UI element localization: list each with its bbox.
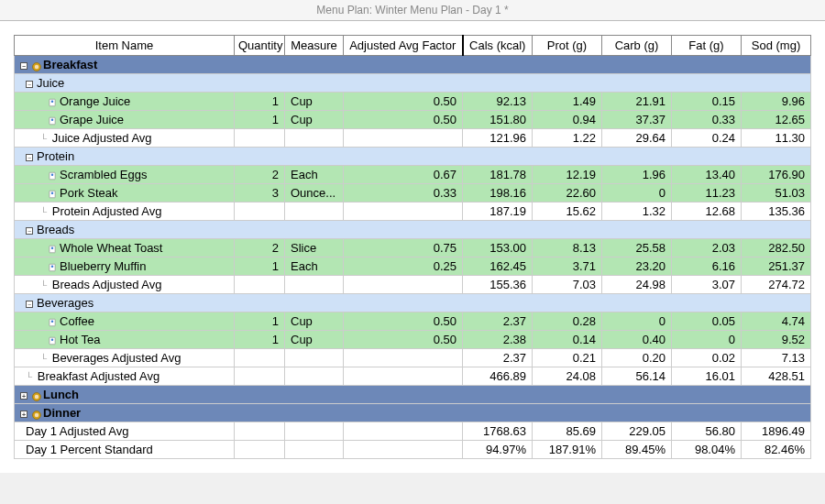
expand-icon[interactable]: −: [26, 227, 33, 235]
column-header[interactable]: Quantity: [235, 36, 285, 56]
meal-icon: [31, 410, 40, 419]
item-factor: 0.50: [344, 312, 463, 331]
item-name: Pork Steak: [15, 184, 235, 203]
item-row[interactable]: Scrambled Eggs2Each0.67181.7812.191.9613…: [15, 166, 811, 184]
item-name: Scrambled Eggs: [15, 166, 235, 184]
cell-value: 21.91: [602, 93, 672, 111]
expand-icon[interactable]: −: [26, 154, 33, 161]
window-title: Menu Plan: Winter Menu Plan - Day 1 *: [0, 0, 825, 21]
column-header[interactable]: Prot (g): [533, 36, 602, 56]
cell-value: 162.45: [463, 257, 533, 276]
cell-value: 15.62: [533, 203, 602, 221]
table-header: Item NameQuantityMeasureAdjusted Avg Fac…: [15, 36, 811, 56]
item-factor: 0.75: [344, 239, 463, 257]
meal-icon: [31, 391, 40, 400]
group-avg-label: └ Beverages Adjusted Avg: [15, 349, 235, 367]
cell-value: 98.04%: [672, 441, 742, 459]
svg-point-21: [35, 412, 39, 417]
cell-value: 0: [602, 184, 672, 203]
cell-value: 428.51: [742, 367, 811, 386]
cell-empty: [285, 203, 344, 221]
column-header[interactable]: Cals (kcal): [463, 36, 533, 56]
cell-value: 0.40: [602, 331, 672, 349]
cell-empty: [344, 441, 463, 459]
item-measure: Each: [285, 166, 344, 184]
meal-row[interactable]: −Breakfast: [15, 56, 811, 74]
group-name: −Protein: [15, 148, 811, 166]
meal-icon: [31, 61, 40, 71]
cell-value: 153.00: [463, 239, 533, 257]
cell-value: 8.13: [533, 239, 602, 257]
item-row[interactable]: Grape Juice1Cup0.50151.800.9437.370.3312…: [15, 111, 811, 129]
total-label: Day 1 Percent Standard: [15, 441, 235, 459]
expand-icon[interactable]: −: [26, 81, 33, 88]
expand-icon[interactable]: −: [26, 301, 33, 308]
column-header[interactable]: Fat (g): [672, 36, 742, 56]
item-icon: [48, 190, 57, 199]
cell-empty: [235, 422, 285, 441]
item-row[interactable]: Orange Juice1Cup0.5092.131.4921.910.159.…: [15, 93, 811, 111]
item-measure: Cup: [285, 331, 344, 349]
item-measure: Slice: [285, 239, 344, 257]
group-row[interactable]: −Juice: [15, 74, 811, 93]
item-row[interactable]: Whole Wheat Toast2Slice0.75153.008.1325.…: [15, 239, 811, 257]
group-row[interactable]: −Breads: [15, 221, 811, 239]
cell-value: 0.14: [533, 331, 602, 349]
item-factor: 0.50: [344, 93, 463, 111]
cell-empty: [344, 129, 463, 148]
meal-row[interactable]: +Lunch: [15, 386, 811, 404]
group-avg-row: └ Breads Adjusted Avg155.367.0324.983.07…: [15, 276, 811, 294]
cell-value: 0.20: [602, 349, 672, 367]
cell-value: 181.78: [463, 166, 533, 184]
cell-empty: [285, 441, 344, 459]
cell-value: 151.80: [463, 111, 533, 129]
cell-value: 89.45%: [602, 441, 672, 459]
cell-value: 12.19: [533, 166, 602, 184]
expand-icon[interactable]: +: [20, 411, 28, 418]
item-row[interactable]: Blueberry Muffin1Each0.25162.453.7123.20…: [15, 257, 811, 276]
cell-value: 176.90: [742, 166, 811, 184]
total-row: Day 1 Percent Standard94.97%187.91%89.45…: [15, 441, 811, 459]
cell-empty: [235, 203, 285, 221]
column-header[interactable]: Item Name: [15, 36, 235, 56]
cell-value: 1.22: [533, 129, 602, 148]
item-factor: 0.50: [344, 111, 463, 129]
meal-row[interactable]: +Dinner: [15, 404, 811, 422]
item-factor: 0.33: [344, 184, 463, 203]
svg-point-5: [51, 118, 54, 121]
cell-value: 0.02: [672, 349, 742, 367]
column-header[interactable]: Adjusted Avg Factor: [344, 36, 463, 56]
item-name: Blueberry Muffin: [15, 257, 235, 276]
cell-empty: [235, 367, 285, 386]
column-header[interactable]: Sod (mg): [742, 36, 811, 56]
item-icon: [48, 98, 57, 107]
cell-value: 12.68: [672, 203, 742, 221]
group-name: −Juice: [15, 74, 811, 93]
svg-point-7: [51, 173, 54, 176]
group-avg-row: └ Protein Adjusted Avg187.1915.621.3212.…: [15, 203, 811, 221]
cell-empty: [235, 276, 285, 294]
item-row[interactable]: Coffee1Cup0.502.370.2800.054.74: [15, 312, 811, 331]
cell-empty: [344, 276, 463, 294]
cell-value: 9.96: [742, 93, 811, 111]
item-icon: [48, 116, 57, 126]
menu-plan-table[interactable]: Item NameQuantityMeasureAdjusted Avg Fac…: [14, 35, 811, 459]
column-header[interactable]: Measure: [285, 36, 344, 56]
expand-icon[interactable]: +: [20, 392, 28, 400]
grid-container: Item NameQuantityMeasureAdjusted Avg Fac…: [0, 21, 825, 473]
total-row: Day 1 Adjusted Avg1768.6385.69229.0556.8…: [15, 422, 811, 441]
column-header[interactable]: Carb (g): [602, 36, 672, 56]
item-row[interactable]: Pork Steak3Ounce...0.33198.1622.60011.23…: [15, 184, 811, 203]
group-row[interactable]: −Protein: [15, 148, 811, 166]
group-row[interactable]: −Beverages: [15, 294, 811, 312]
item-name: Whole Wheat Toast: [15, 239, 235, 257]
group-avg-label: └ Protein Adjusted Avg: [15, 203, 235, 221]
cell-value: 0.28: [533, 312, 602, 331]
cell-value: 11.23: [672, 184, 742, 203]
item-qty: 1: [235, 312, 285, 331]
item-factor: 0.67: [344, 166, 463, 184]
cell-value: 82.46%: [742, 441, 811, 459]
expand-icon[interactable]: −: [20, 62, 28, 70]
item-row[interactable]: Hot Tea1Cup0.502.380.140.4009.52: [15, 331, 811, 349]
cell-value: 13.40: [672, 166, 742, 184]
